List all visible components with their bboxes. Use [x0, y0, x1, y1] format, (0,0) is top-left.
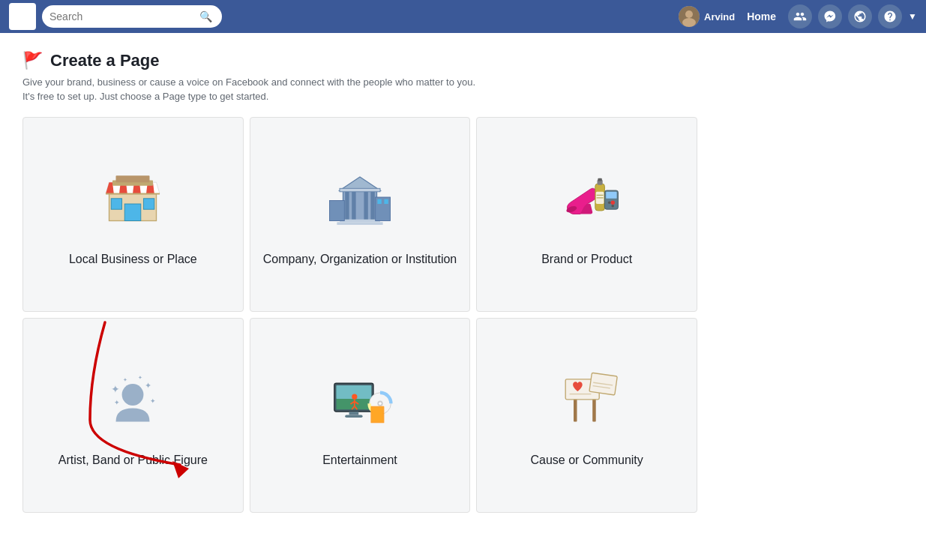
svg-text:✦: ✦ [150, 397, 156, 405]
svg-point-1 [685, 10, 693, 18]
svg-point-40 [122, 384, 144, 406]
artist-icon: ✦ ✦ ✦ ✦ ✦ ✦ [99, 364, 166, 442]
avatar [679, 6, 700, 27]
page-title: Create a Page [50, 51, 160, 70]
svg-rect-22 [337, 222, 382, 225]
svg-rect-58 [345, 415, 362, 418]
company-icon [326, 163, 394, 241]
card-company-label: Company, Organization or Institution [263, 253, 457, 266]
card-brand-label: Brand or Product [541, 253, 632, 266]
page-header: 🚩 Create a Page [22, 51, 904, 70]
svg-rect-21 [340, 219, 380, 222]
navbar: 🔍 Arvind Home [0, 0, 926, 33]
cards-grid: Local Business or Place [22, 117, 697, 513]
svg-point-61 [379, 402, 382, 405]
messenger-icon[interactable] [818, 4, 842, 28]
svg-rect-63 [372, 407, 382, 421]
search-input[interactable] [49, 10, 199, 22]
card-local-business[interactable]: Local Business or Place [22, 117, 244, 312]
svg-rect-17 [352, 190, 355, 221]
svg-rect-16 [345, 190, 349, 221]
nav-chevron-icon[interactable]: ▼ [908, 11, 917, 22]
svg-point-2 [682, 18, 696, 27]
svg-text:✦: ✦ [123, 376, 127, 382]
card-cause[interactable]: Cause or Community [476, 318, 697, 513]
svg-text:✦: ✦ [139, 373, 143, 380]
user-name: Arvind [704, 11, 735, 22]
svg-rect-27 [384, 199, 388, 203]
card-artist[interactable]: ✦ ✦ ✦ ✦ ✦ ✦ Artist, Band or Public Figur… [22, 318, 244, 513]
svg-rect-19 [370, 190, 374, 221]
card-company[interactable]: Company, Organization or Institution [250, 117, 471, 312]
svg-rect-6 [144, 198, 154, 208]
svg-rect-36 [606, 191, 616, 198]
card-local-business-label: Local Business or Place [69, 253, 197, 266]
page-content: 🚩 Create a Page Give your brand, busines… [0, 33, 926, 560]
page-subtitle: Give your brand, business or cause a voi… [22, 76, 904, 88]
svg-rect-14 [116, 175, 150, 182]
svg-point-39 [611, 204, 614, 207]
facebook-logo[interactable] [9, 3, 36, 30]
nav-user[interactable]: Arvind [679, 6, 735, 27]
search-icon: 🔍 [199, 10, 212, 22]
svg-point-37 [610, 200, 614, 204]
svg-rect-5 [112, 198, 122, 208]
svg-rect-26 [377, 199, 381, 203]
svg-rect-23 [340, 188, 380, 192]
svg-rect-18 [364, 190, 367, 221]
card-brand[interactable]: Brand or Product [476, 117, 697, 312]
card-entertainment-label: Entertainment [322, 454, 397, 467]
search-bar[interactable]: 🔍 [42, 5, 222, 28]
flag-icon: 🚩 [22, 51, 43, 70]
svg-text:✦: ✦ [145, 380, 152, 389]
local-business-icon [99, 163, 166, 241]
card-entertainment[interactable]: Entertainment [250, 318, 471, 513]
card-artist-label: Artist, Band or Public Figure [58, 454, 208, 467]
svg-rect-57 [349, 412, 359, 415]
card-cause-label: Cause or Community [531, 454, 643, 467]
svg-rect-31 [598, 178, 601, 181]
home-nav-link[interactable]: Home [741, 7, 782, 25]
page-subtitle2: It's free to set up. Just choose a Page … [22, 91, 904, 102]
brand-icon [553, 163, 621, 241]
svg-text:✦: ✦ [112, 382, 121, 394]
entertainment-icon [326, 364, 394, 442]
globe-icon[interactable] [848, 4, 872, 28]
svg-point-38 [608, 201, 611, 204]
svg-rect-4 [125, 204, 142, 221]
nav-right: Arvind Home ▼ [679, 4, 917, 28]
svg-point-51 [352, 394, 357, 399]
cause-icon [553, 364, 621, 442]
svg-text:✦: ✦ [114, 399, 120, 406]
svg-rect-24 [329, 200, 344, 220]
friends-icon[interactable] [788, 4, 812, 28]
help-icon[interactable] [878, 4, 902, 28]
